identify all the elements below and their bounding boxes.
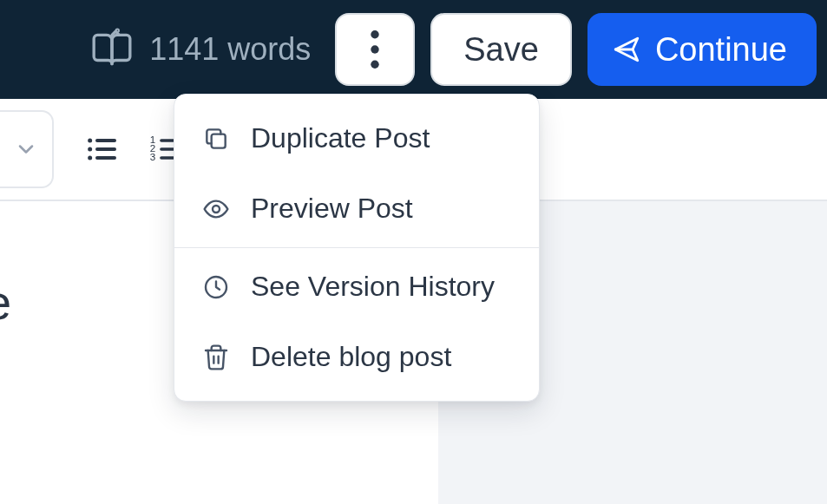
svg-rect-16 bbox=[212, 134, 226, 147]
menu-item-label: Delete blog post bbox=[251, 341, 451, 373]
clock-icon bbox=[202, 273, 230, 301]
svg-point-8 bbox=[88, 156, 92, 160]
svg-point-3 bbox=[371, 61, 379, 69]
svg-point-0 bbox=[116, 29, 118, 31]
format-dropdown[interactable] bbox=[0, 110, 54, 188]
svg-point-1 bbox=[371, 30, 379, 38]
book-icon bbox=[90, 28, 134, 71]
more-options-menu: Duplicate Post Preview Post See Version … bbox=[174, 94, 540, 402]
menu-item-duplicate[interactable]: Duplicate Post bbox=[174, 103, 539, 173]
menu-item-label: Preview Post bbox=[251, 193, 413, 225]
bullet-list-button[interactable] bbox=[82, 129, 121, 169]
menu-item-label: See Version History bbox=[251, 271, 495, 303]
continue-button-label: Continue bbox=[655, 31, 787, 69]
menu-item-delete[interactable]: Delete blog post bbox=[174, 322, 539, 392]
svg-text:3: 3 bbox=[150, 151, 155, 162]
save-button[interactable]: Save bbox=[430, 13, 572, 86]
svg-point-4 bbox=[88, 139, 92, 143]
more-vertical-icon bbox=[371, 30, 379, 69]
bullet-list-icon bbox=[84, 132, 119, 167]
svg-point-6 bbox=[88, 147, 92, 152]
word-count: 1141 words bbox=[90, 28, 311, 71]
svg-point-17 bbox=[213, 206, 220, 213]
eye-icon bbox=[202, 195, 230, 223]
top-bar: 1141 words Save Continue bbox=[0, 0, 827, 99]
save-button-label: Save bbox=[463, 31, 539, 69]
partial-text-glyph: e bbox=[0, 274, 11, 331]
menu-item-history[interactable]: See Version History bbox=[174, 252, 539, 322]
copy-icon bbox=[202, 125, 230, 153]
menu-item-preview[interactable]: Preview Post bbox=[174, 173, 539, 244]
chevron-down-icon bbox=[14, 137, 38, 161]
svg-point-2 bbox=[371, 45, 379, 53]
menu-separator bbox=[174, 247, 539, 248]
menu-item-label: Duplicate Post bbox=[251, 122, 430, 154]
more-options-button[interactable] bbox=[335, 13, 415, 86]
send-icon bbox=[612, 35, 641, 64]
continue-button[interactable]: Continue bbox=[587, 13, 817, 86]
trash-icon bbox=[202, 344, 230, 371]
word-count-text: 1141 words bbox=[149, 31, 311, 68]
